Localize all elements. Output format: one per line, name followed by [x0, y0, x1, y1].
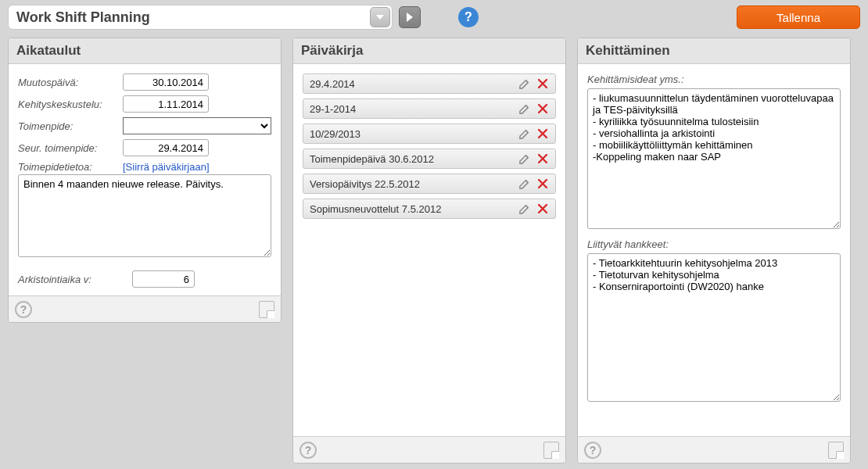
input-arkistointiaika[interactable]: [132, 270, 195, 288]
help-icon: ?: [20, 303, 27, 316]
diary-item[interactable]: 29.4.2014: [303, 73, 556, 94]
edit-button[interactable]: [516, 176, 532, 192]
edit-button[interactable]: [516, 126, 532, 141]
diary-help-button[interactable]: ?: [299, 442, 317, 459]
title-container: Work Shift Planning: [8, 5, 393, 30]
close-icon: [538, 104, 547, 113]
title-dropdown-button[interactable]: [370, 7, 390, 27]
close-icon: [538, 179, 547, 188]
diary-item[interactable]: 10/29/2013: [303, 124, 556, 144]
edit-button[interactable]: [516, 101, 532, 116]
pencil-icon: [518, 178, 530, 190]
development-help-button[interactable]: ?: [584, 442, 601, 459]
label-muutospaiva: Muutospäivä:: [18, 77, 118, 88]
select-toimenpide[interactable]: [123, 117, 271, 134]
help-button[interactable]: ?: [458, 7, 479, 27]
schedule-panel-footer: ?: [9, 295, 281, 322]
diary-panel-header: Päiväkirja: [293, 38, 565, 64]
input-muutospaiva[interactable]: [123, 73, 209, 91]
pencil-icon: [518, 103, 530, 115]
diary-item[interactable]: Versiopäivitys 22.5.2012: [303, 174, 556, 194]
diary-item-label: 29-1-2014: [310, 103, 513, 115]
topbar: Work Shift Planning ? Tallenna: [0, 0, 868, 30]
diary-item[interactable]: 29-1-2014: [303, 98, 556, 119]
input-seur-toimenpide[interactable]: [123, 139, 209, 156]
development-panel-header: Kehittäminen: [578, 38, 850, 64]
diary-panel-footer: ?: [293, 436, 565, 463]
edit-button[interactable]: [516, 201, 532, 217]
diary-item-label: 29.4.2014: [310, 78, 513, 90]
diary-item[interactable]: Toimenpidepäivä 30.6.2012: [303, 149, 556, 169]
diary-panel: Päiväkirja 29.4.201429-1-201410/29/2013T…: [292, 38, 566, 464]
diary-item-label: Sopimusneuvottelut 7.5.2012: [310, 203, 513, 215]
label-toimenpidetietoa: Toimepidetietoa:: [18, 161, 118, 173]
close-icon: [538, 204, 547, 213]
edit-button[interactable]: [516, 151, 532, 166]
columns: Aikataulut Muutospäivä: Kehityskeskustel…: [0, 30, 868, 464]
schedule-panel: Aikataulut Muutospäivä: Kehityskeskustel…: [8, 38, 282, 323]
textarea-ideas[interactable]: [587, 88, 841, 229]
delete-button[interactable]: [535, 201, 551, 217]
schedule-panel-header: Aikataulut: [9, 38, 281, 64]
delete-button[interactable]: [535, 126, 551, 141]
save-button[interactable]: Tallenna: [737, 5, 860, 29]
close-icon: [538, 129, 547, 138]
navigate-next-button[interactable]: [399, 6, 421, 28]
schedule-note-button[interactable]: [259, 301, 274, 318]
development-panel-footer: ?: [578, 436, 850, 463]
delete-button[interactable]: [535, 101, 551, 116]
close-icon: [538, 79, 547, 88]
label-ideas: Kehittämisideat yms.:: [587, 73, 841, 85]
pencil-icon: [518, 78, 530, 90]
schedule-help-button[interactable]: ?: [15, 301, 32, 318]
diary-note-button[interactable]: [543, 442, 559, 459]
delete-button[interactable]: [535, 176, 551, 192]
label-seur-toimenpide: Seur. toimenpide:: [18, 142, 118, 154]
textarea-related[interactable]: [587, 253, 841, 402]
label-kehityskeskustelu: Kehityskeskustelu:: [18, 98, 118, 110]
label-related: Liittyvät hankkeet:: [587, 238, 841, 250]
diary-item-label: Toimenpidepäivä 30.6.2012: [310, 153, 513, 165]
development-note-button[interactable]: [828, 442, 844, 459]
help-icon: ?: [464, 10, 472, 24]
diary-item-label: 10/29/2013: [310, 128, 513, 140]
label-toimenpide: Toimenpide:: [18, 120, 118, 132]
diary-item[interactable]: Sopimusneuvottelut 7.5.2012: [303, 199, 556, 219]
diary-item-label: Versiopäivitys 22.5.2012: [310, 178, 513, 190]
delete-button[interactable]: [535, 151, 551, 166]
close-icon: [538, 154, 547, 163]
chevron-down-icon: [376, 15, 384, 20]
development-panel: Kehittäminen Kehittämisideat yms.: Liitt…: [577, 38, 851, 464]
label-arkistointiaika: Arkistointiaika v:: [18, 274, 127, 285]
page-title: Work Shift Planning: [16, 9, 370, 26]
input-kehityskeskustelu[interactable]: [123, 95, 209, 113]
diary-list: 29.4.201429-1-201410/29/2013Toimenpidepä…: [303, 73, 556, 219]
edit-button[interactable]: [516, 76, 532, 91]
pencil-icon: [518, 128, 530, 140]
textarea-toimenpidetietoa[interactable]: [18, 174, 271, 257]
pencil-icon: [518, 203, 530, 215]
link-siirra-paivakirjaan[interactable]: [Siirrä päiväkirjaan]: [123, 161, 210, 173]
chevron-right-icon: [407, 13, 413, 22]
delete-button[interactable]: [535, 76, 551, 91]
pencil-icon: [518, 153, 530, 165]
help-icon: ?: [305, 444, 312, 456]
help-icon: ?: [590, 444, 597, 456]
